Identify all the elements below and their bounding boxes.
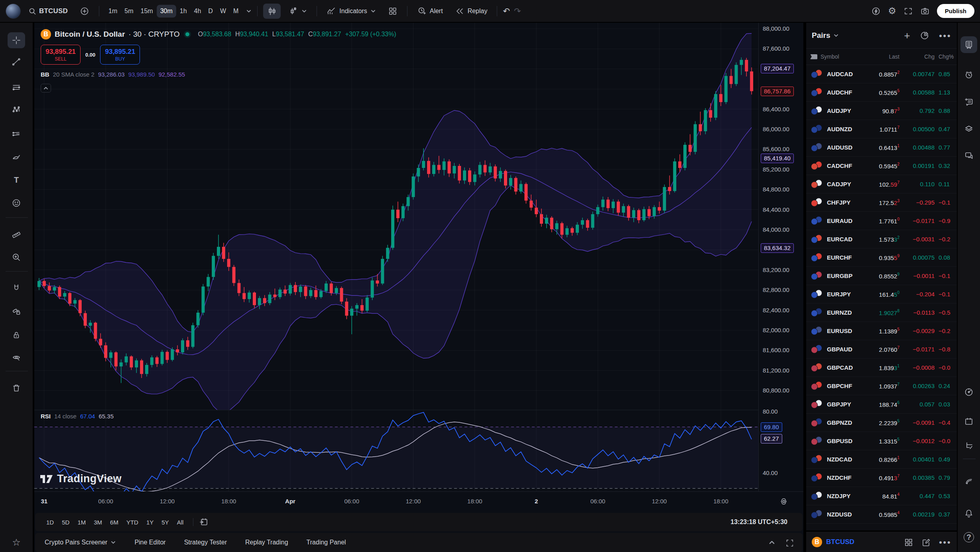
time-axis[interactable]: 3106:0012:0018:00Apr06:0012:0018:00206:0… <box>34 491 803 512</box>
watchlist-row-GBPNZD[interactable]: GBPNZD2.22395−0.0091−0.4 <box>806 414 957 432</box>
watchlist-row-AUDNZD[interactable]: AUDNZD1.071170.005000.47 <box>806 120 957 138</box>
bb-indicator-legend[interactable]: BB 20 SMA close 2 93,286.03 93,989.50 92… <box>41 71 185 78</box>
alert-button[interactable]: Alert <box>413 4 447 19</box>
watchlist-row-AUDCHF[interactable]: AUDCHF0.526550.005881.13 <box>806 83 957 102</box>
panel-expand-chevron-up-icon[interactable] <box>768 539 775 546</box>
favorites-star-tool[interactable]: ☆ <box>8 534 25 550</box>
go-to-date-icon[interactable] <box>199 517 209 527</box>
notifications-bell-rail-button[interactable] <box>960 505 977 522</box>
drawing-lock-tool[interactable] <box>8 304 25 319</box>
range-5y[interactable]: 5Y <box>157 517 173 528</box>
heatmap-pie-icon[interactable] <box>920 31 929 40</box>
watchlist-row-GBPUSD[interactable]: GBPUSD1.33155−0.0012−0.0 <box>806 432 957 450</box>
range-6m[interactable]: 6M <box>106 517 122 528</box>
alerts-rail-button[interactable] <box>960 67 977 83</box>
indicators-button[interactable]: Indicators <box>323 4 380 19</box>
watchlist-row-GBPJPY[interactable]: GBPJPY188.7460.0570.03 <box>806 395 957 414</box>
sell-button[interactable]: 93,895.21 SELL <box>41 45 81 65</box>
range-ytd[interactable]: YTD <box>122 517 142 528</box>
chart-area[interactable]: B Bitcoin / U.S. Dollar · 30 · CRYPTO O9… <box>34 23 803 491</box>
emoji-tool[interactable] <box>8 195 25 211</box>
camera-snapshot-icon[interactable] <box>920 6 930 16</box>
timeframe-4h[interactable]: 4h <box>191 5 205 18</box>
settings-gear-icon[interactable]: ⚙ <box>888 6 896 16</box>
watchlist-title[interactable]: Pairs <box>812 31 830 40</box>
chart-style-button[interactable] <box>263 4 281 19</box>
candlestick-chart[interactable] <box>34 23 758 491</box>
timeframe-5m[interactable]: 5m <box>121 5 137 18</box>
symbol-title[interactable]: Bitcoin / U.S. Dollar <box>55 30 125 39</box>
streams-rss-rail-button[interactable] <box>960 473 977 490</box>
watchlist-row-AUDUSD[interactable]: AUDUSD0.641310.004880.77 <box>806 138 957 157</box>
lock-all-tool[interactable] <box>8 327 25 343</box>
publish-button[interactable]: Publish <box>937 4 974 18</box>
range-all[interactable]: All <box>173 517 188 528</box>
column-symbol[interactable]: Symbol <box>821 53 856 60</box>
watchlist-rail-button[interactable] <box>960 36 977 53</box>
timeframe-chevron-down-icon[interactable] <box>246 8 252 14</box>
quick-actions-lightning-icon[interactable] <box>871 6 881 16</box>
timeframe-M[interactable]: M <box>230 5 242 18</box>
footer-symbol[interactable]: BTCUSD <box>826 538 854 546</box>
watchlist-more-kebab-icon[interactable]: ●●● <box>939 33 951 38</box>
xabcd-pattern-tool[interactable] <box>8 102 25 118</box>
add-symbol-plus-icon[interactable]: + <box>904 30 910 41</box>
brush-tool[interactable] <box>8 149 25 165</box>
footer-grid-icon[interactable] <box>904 538 913 546</box>
column-chg-pct[interactable]: Chg% <box>939 53 957 60</box>
object-tree-rail-button[interactable] <box>960 438 977 454</box>
layers-rail-button[interactable] <box>960 120 977 137</box>
list-flag-icon[interactable] <box>810 54 817 59</box>
tab-crypto-pairs-screener[interactable]: Crypto Pairs Screener <box>45 539 116 546</box>
column-last[interactable]: Last <box>856 53 899 60</box>
timeframe-1m[interactable]: 1m <box>105 5 121 18</box>
watchlist-row-NZDJPY[interactable]: NZDJPY84.8140.4470.53 <box>806 487 957 505</box>
help-rail-button[interactable]: ? <box>960 529 977 546</box>
watchlist-row-EURCAD[interactable]: EURCAD1.57332−0.0031−0.2 <box>806 230 957 248</box>
chart-settings-button[interactable] <box>285 4 311 19</box>
buy-button[interactable]: 93,895.21 BUY <box>100 45 140 65</box>
watchlist-row-CHFJPY[interactable]: CHFJPY172.523−0.295−0.1 <box>806 193 957 212</box>
range-3m[interactable]: 3M <box>90 517 106 528</box>
layout-grid-button[interactable] <box>384 4 401 19</box>
rsi-indicator-legend[interactable]: RSI 14 close 67.04 65.35 <box>41 413 114 420</box>
legend-collapse-button[interactable] <box>41 84 51 93</box>
hide-drawings-eye-tool[interactable] <box>8 349 25 365</box>
horizontal-lines-tool[interactable] <box>8 79 25 95</box>
timeframe-30m[interactable]: 30m <box>157 5 176 18</box>
crosshair-tool[interactable] <box>8 32 25 48</box>
timeframe-W[interactable]: W <box>216 5 230 18</box>
undo-button[interactable]: ↶ <box>503 6 510 16</box>
watchlist-row-EURCHF[interactable]: EURCHF0.935590.000750.08 <box>806 248 957 267</box>
text-tool[interactable]: T <box>8 172 25 188</box>
chat-rail-button[interactable] <box>960 147 977 164</box>
tab-pine-editor[interactable]: Pine Editor <box>134 539 165 546</box>
calendar-rail-button[interactable] <box>960 413 977 430</box>
tab-trading-panel[interactable]: Trading Panel <box>307 539 346 546</box>
watchlist-row-CADJPY[interactable]: CADJPY102.5970.1100.11 <box>806 175 957 193</box>
footer-more-kebab-icon[interactable]: ●●● <box>939 539 951 545</box>
watchlist-chevron-down-icon[interactable] <box>833 33 839 38</box>
range-1y[interactable]: 1Y <box>142 517 157 528</box>
elliott-wave-tool[interactable] <box>8 126 25 142</box>
watchlist-row-EURGBP[interactable]: EURGBP0.85529−0.0011−0.1 <box>806 267 957 285</box>
zoom-in-tool[interactable] <box>8 249 25 265</box>
price-axis[interactable]: 88,000.0087,600.0087,200.0086,800.0086,4… <box>758 23 803 491</box>
watchlist-row-NZDCAD[interactable]: NZDCAD0.826610.004010.49 <box>806 450 957 469</box>
remove-drawings-trash-tool[interactable] <box>8 380 25 396</box>
clock-display[interactable]: 13:23:18 UTC+5:30 <box>730 518 787 526</box>
watchlist-row-EURJPY[interactable]: EURJPY161.450−0.204−0.1 <box>806 285 957 304</box>
watchlist-row-EURAUD[interactable]: EURAUD1.77610−0.0171−0.9 <box>806 212 957 230</box>
notes-rail-button[interactable] <box>960 93 977 110</box>
watchlist-row-GBPCAD[interactable]: GBPCAD1.83931−0.0008−0.0 <box>806 359 957 377</box>
watchlist-row-NZDCHF[interactable]: NZDCHF0.491370.003850.79 <box>806 469 957 487</box>
range-1m[interactable]: 1M <box>73 517 90 528</box>
watchlist-row-GBPAUD[interactable]: GBPAUD2.07607−0.0171−0.8 <box>806 340 957 359</box>
watchlist-row-CADCHF[interactable]: CADCHF0.594520.001910.32 <box>806 157 957 175</box>
watchlist-row-EURUSD[interactable]: EURUSD1.13895−0.0029−0.2 <box>806 322 957 340</box>
symbol-search-button[interactable]: BTCUSD <box>25 4 72 18</box>
market-status-dot[interactable] <box>185 32 189 36</box>
panel-maximize-icon[interactable] <box>785 538 793 546</box>
magnet-tool[interactable] <box>8 280 25 296</box>
watchlist-row-GBPCHF[interactable]: GBPCHF1.093770.002630.24 <box>806 377 957 395</box>
